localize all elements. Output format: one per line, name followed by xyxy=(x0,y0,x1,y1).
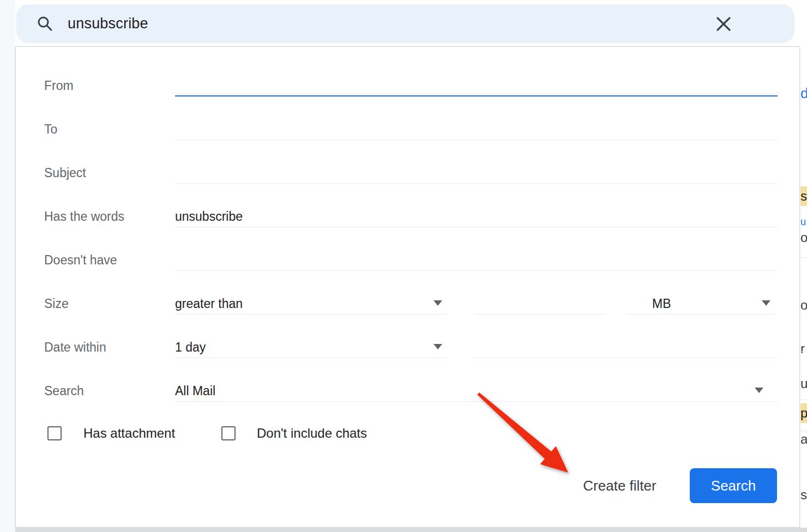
doesnt-have-label: Doesn't have xyxy=(44,249,117,271)
search-button[interactable]: Search xyxy=(690,468,777,503)
subject-label: Subject xyxy=(44,162,86,184)
size-label: Size xyxy=(44,293,69,315)
date-within-label: Date within xyxy=(44,336,106,358)
size-operator-value: greater than xyxy=(175,297,243,311)
background-row-divider xyxy=(800,257,807,258)
close-icon[interactable] xyxy=(714,15,733,33)
has-words-label: Has the words xyxy=(44,205,124,227)
chevron-down-icon xyxy=(433,344,442,349)
background-bottom-band xyxy=(15,528,807,532)
search-bar[interactable]: unsubscribe xyxy=(16,4,794,43)
background-fragment: a xyxy=(800,433,807,446)
size-operator-select[interactable]: greater than xyxy=(175,293,448,315)
doesnt-have-input[interactable] xyxy=(175,249,778,271)
advanced-search-panel: From To Subject Has the words unsubscrib… xyxy=(15,46,800,528)
size-amount-input[interactable] xyxy=(474,293,605,315)
has-words-input[interactable]: unsubscribe xyxy=(175,205,778,227)
create-filter-button[interactable]: Create filter xyxy=(556,468,684,503)
has-attachment-label: Has attachment xyxy=(83,425,175,442)
background-row-divider xyxy=(800,400,807,400)
background-fragment: r xyxy=(800,342,807,355)
background-fragment: d xyxy=(800,86,807,102)
chevron-down-icon xyxy=(433,300,442,306)
to-input[interactable] xyxy=(175,118,778,140)
dont-include-chats-checkbox[interactable] xyxy=(221,426,236,440)
date-range-value: 1 day xyxy=(175,340,206,354)
search-query-text[interactable]: unsubscribe xyxy=(68,15,148,32)
page-background-strip xyxy=(0,0,15,532)
search-scope-select[interactable]: All Mail xyxy=(175,380,778,402)
background-row-divider xyxy=(800,431,807,431)
background-row-divider xyxy=(800,352,807,352)
background-fragment-highlighted: p xyxy=(800,403,807,423)
background-fragment: u xyxy=(800,377,807,390)
chevron-down-icon xyxy=(755,388,763,393)
background-fragment: o xyxy=(800,299,807,312)
chevron-down-icon xyxy=(762,300,770,306)
from-label: From xyxy=(44,75,74,96)
gmail-search-filter-screen: unsubscribe From To Subject Has the word… xyxy=(0,0,807,532)
has-attachment-checkbox[interactable] xyxy=(47,426,62,440)
date-input[interactable] xyxy=(474,336,778,358)
search-scope-label: Search xyxy=(44,380,84,402)
from-input[interactable] xyxy=(175,75,778,96)
size-unit-value: MB xyxy=(652,297,671,311)
search-scope-value: All Mail xyxy=(175,384,215,398)
subject-input[interactable] xyxy=(175,162,778,184)
background-fragment: o xyxy=(800,231,807,244)
background-fragment-highlighted: s xyxy=(800,186,807,206)
search-icon xyxy=(36,15,53,32)
size-unit-select[interactable]: MB xyxy=(628,293,776,315)
date-range-select[interactable]: 1 day xyxy=(175,336,448,358)
background-fragment: u xyxy=(800,217,807,227)
to-label: To xyxy=(44,118,57,140)
background-fragment: s xyxy=(800,488,807,501)
checkbox-row: Has attachment Don't include chats xyxy=(16,425,799,442)
dont-include-chats-label: Don't include chats xyxy=(257,425,367,442)
